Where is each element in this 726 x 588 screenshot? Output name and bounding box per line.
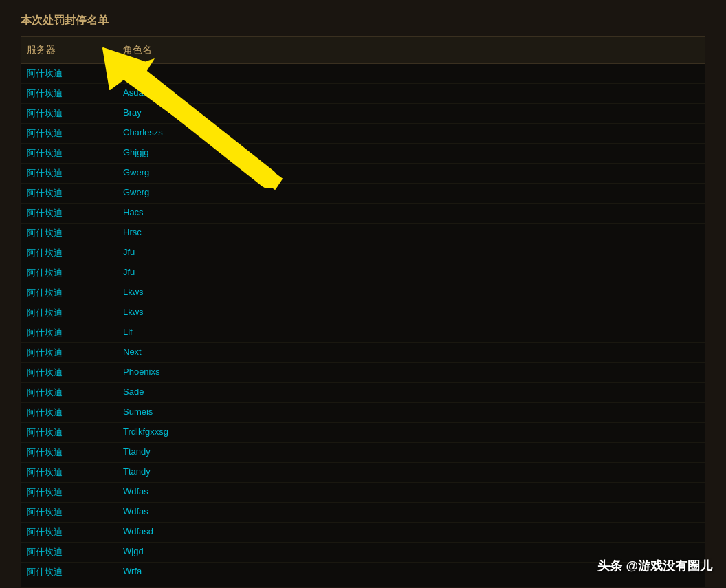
cell-server: 阿什坎迪 (27, 147, 123, 160)
cell-server: 阿什坎迪 (27, 486, 123, 499)
table-body[interactable]: 阿什坎迪Abbx阿什坎迪Asdac阿什坎迪Bray阿什坎迪Charleszs阿什… (21, 64, 705, 587)
table-row: 阿什坎迪Trdlkfgxxsg (21, 423, 705, 443)
cell-server: 阿什坎迪 (27, 227, 123, 239)
cell-character: Charleszs (123, 127, 699, 140)
cell-server: 阿什坎迪 (27, 327, 123, 339)
page-title: 本次处罚封停名单 (21, 14, 705, 28)
cell-server: 阿什坎迪 (27, 506, 123, 519)
table-row: 阿什坎迪Jfu (21, 263, 705, 283)
cell-server: 阿什坎迪 (27, 187, 123, 199)
table-row: 阿什坎迪Asdac (21, 84, 705, 104)
table-row: 阿什坎迪Llf (21, 323, 705, 343)
cell-server: 阿什坎迪 (27, 127, 123, 140)
cell-character: Lkws (123, 307, 699, 319)
cell-server: 阿什坎迪 (27, 207, 123, 219)
cell-character: Ttandy (123, 466, 699, 479)
table-row: 阿什坎迪Lkws (21, 283, 705, 303)
table-row: 阿什坎迪Wdfas (21, 503, 705, 523)
cell-server: 阿什坎迪 (27, 267, 123, 279)
table-row: 阿什坎迪Gwerg (21, 184, 705, 204)
cell-character: Hrsc (123, 227, 699, 239)
cell-character: Gwerg (123, 167, 699, 179)
table-row: 阿什坎迪Wjgd (21, 543, 705, 563)
table-row: 阿什坎迪Hrsc (21, 224, 705, 243)
table-row: 阿什坎迪Hacs (21, 204, 705, 224)
cell-character: Wrfa (123, 566, 699, 578)
cell-server: 阿什坎迪 (27, 167, 123, 179)
cell-character: Wdfasd (123, 526, 699, 538)
cell-character: Gwerg (123, 187, 699, 199)
cell-server: 阿什坎迪 (27, 247, 123, 259)
table-row: 阿什坎迪Abbx (21, 64, 705, 84)
cell-server: 阿什坎迪 (27, 586, 123, 587)
cell-server: 阿什坎迪 (27, 107, 123, 120)
cell-character: Wjgd (123, 546, 699, 558)
cell-server: 阿什坎迪 (27, 87, 123, 100)
table-row: 阿什坎迪Wdfasd (21, 523, 705, 543)
table-row: 阿什坎迪Jfu (21, 243, 705, 263)
table-row: 阿什坎迪Wdfas (21, 483, 705, 503)
table-row: 阿什坎迪Wrfa (21, 563, 705, 582)
cell-server: 阿什坎迪 (27, 546, 123, 558)
cell-character: Wxxz (123, 586, 699, 587)
table-row: 阿什坎迪Wxxz (21, 582, 705, 587)
table-row: 阿什坎迪Sumeis (21, 403, 705, 423)
cell-character: Next (123, 347, 699, 359)
page-container: 本次处罚封停名单 服务器 角色名 阿什坎迪Abbx阿什坎迪Asdac阿什坎迪Br… (0, 0, 726, 588)
cell-character: Llf (123, 327, 699, 339)
cell-character: Bray (123, 107, 699, 120)
ban-list-table: 服务器 角色名 阿什坎迪Abbx阿什坎迪Asdac阿什坎迪Bray阿什坎迪Cha… (21, 36, 705, 587)
cell-character: Hacs (123, 207, 699, 219)
header-character: 角色名 (123, 44, 699, 56)
cell-server: 阿什坎迪 (27, 446, 123, 459)
cell-character: Ghjgjg (123, 147, 699, 160)
cell-character: Abbx (123, 67, 699, 80)
cell-character: Lkws (123, 287, 699, 299)
table-row: 阿什坎迪Sade (21, 383, 705, 403)
cell-character: Jfu (123, 247, 699, 259)
cell-server: 阿什坎迪 (27, 367, 123, 379)
cell-character: Sade (123, 386, 699, 399)
table-header: 服务器 角色名 (21, 37, 705, 64)
table-row: 阿什坎迪Next (21, 343, 705, 363)
cell-server: 阿什坎迪 (27, 386, 123, 399)
table-row: 阿什坎迪Phoenixs (21, 363, 705, 383)
table-row: 阿什坎迪Ttandy (21, 463, 705, 483)
cell-server: 阿什坎迪 (27, 526, 123, 538)
cell-character: Sumeis (123, 406, 699, 419)
table-row: 阿什坎迪Lkws (21, 303, 705, 323)
cell-server: 阿什坎迪 (27, 67, 123, 80)
table-row: 阿什坎迪Ttandy (21, 443, 705, 463)
cell-server: 阿什坎迪 (27, 307, 123, 319)
table-row: 阿什坎迪Bray (21, 104, 705, 124)
header-server: 服务器 (27, 44, 123, 56)
cell-character: Jfu (123, 267, 699, 279)
table-row: 阿什坎迪Gwerg (21, 164, 705, 184)
table-row: 阿什坎迪Ghjgjg (21, 144, 705, 164)
table-row: 阿什坎迪Charleszs (21, 124, 705, 144)
cell-character: Wdfas (123, 506, 699, 519)
cell-server: 阿什坎迪 (27, 566, 123, 578)
cell-server: 阿什坎迪 (27, 406, 123, 419)
cell-character: Ttandy (123, 446, 699, 459)
cell-character: Trdlkfgxxsg (123, 426, 699, 439)
cell-character: Phoenixs (123, 367, 699, 379)
cell-server: 阿什坎迪 (27, 466, 123, 479)
cell-server: 阿什坎迪 (27, 426, 123, 439)
cell-server: 阿什坎迪 (27, 347, 123, 359)
cell-character: Wdfas (123, 486, 699, 499)
cell-server: 阿什坎迪 (27, 287, 123, 299)
cell-character: Asdac (123, 87, 699, 100)
